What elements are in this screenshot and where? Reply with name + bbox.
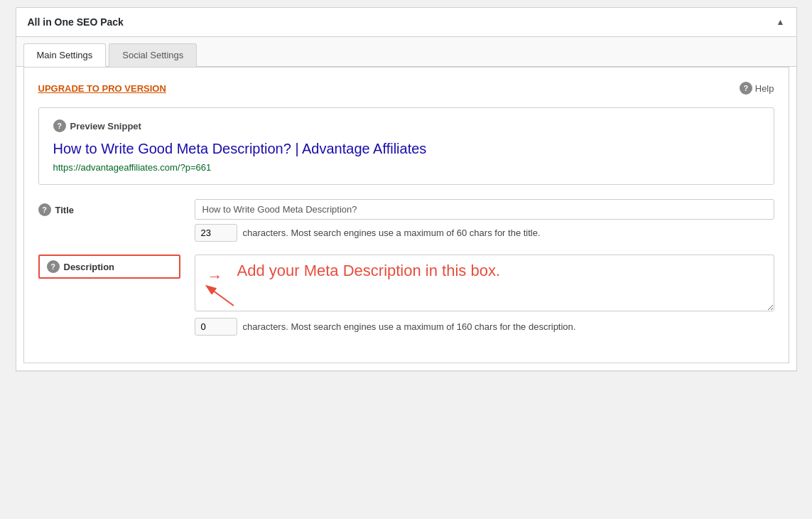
upgrade-link[interactable]: UPGRADE TO PRO VERSION [38, 83, 166, 94]
help-label: Help [755, 83, 774, 94]
tab-social-settings[interactable]: Social Settings [109, 43, 197, 67]
preview-question-icon: ? [53, 119, 66, 132]
title-char-count-row: characters. Most search engines use a ma… [195, 224, 774, 242]
preview-label: ? Preview Snippet [53, 119, 759, 132]
description-label: ? Description [38, 255, 180, 279]
preview-title[interactable]: How to Write Good Meta Description? | Ad… [53, 139, 759, 158]
desc-char-count-row: characters. Most search engines use a ma… [195, 318, 774, 336]
title-input[interactable] [195, 199, 774, 220]
title-char-count [195, 224, 237, 242]
preview-url: https://advantageaffiliates.com/?p=661 [53, 162, 759, 173]
description-form-row: ? Description Add your Meta Description … [38, 255, 774, 336]
plugin-title: All in One SEO Pack [28, 16, 124, 28]
title-question-icon: ? [38, 203, 51, 216]
title-char-note: characters. Most search engines use a ma… [243, 228, 541, 238]
description-field-group: Add your Meta Description in this box. →… [195, 255, 774, 336]
description-input[interactable] [195, 255, 774, 311]
desc-char-count [195, 318, 237, 336]
plugin-header: All in One SEO Pack ▲ [16, 8, 796, 37]
tab-main-settings[interactable]: Main Settings [23, 43, 107, 67]
desc-char-note: characters. Most search engines use a ma… [243, 321, 576, 332]
plugin-container: All in One SEO Pack ▲ Main Settings Soci… [16, 7, 797, 371]
title-field-group: characters. Most search engines use a ma… [195, 199, 774, 242]
help-icon: ? [740, 82, 752, 95]
collapse-icon[interactable]: ▲ [776, 17, 785, 27]
help-button[interactable]: ? Help [740, 82, 774, 95]
title-label: ? Title [38, 199, 180, 216]
upgrade-bar: UPGRADE TO PRO VERSION ? Help [38, 82, 774, 95]
tabs-row: Main Settings Social Settings [16, 37, 796, 67]
content-area: UPGRADE TO PRO VERSION ? Help ? Preview … [23, 67, 789, 363]
title-form-row: ? Title characters. Most search engines … [38, 199, 774, 242]
desc-question-icon: ? [47, 260, 60, 273]
preview-box: ? Preview Snippet How to Write Good Meta… [38, 107, 774, 185]
